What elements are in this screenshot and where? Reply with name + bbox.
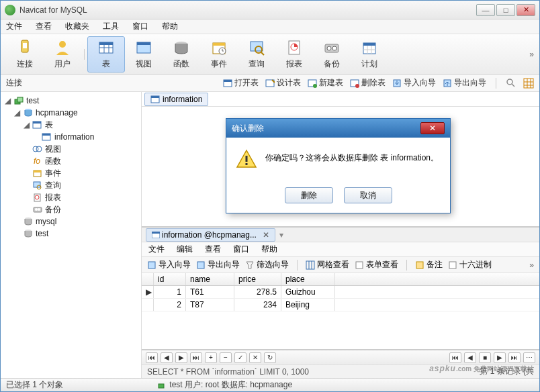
menu-file[interactable]: 文件 [6,21,22,32]
svg-rect-72 [306,261,314,269]
dialog-cancel-button[interactable]: 取消 [344,187,392,203]
search-icon[interactable] [506,78,516,89]
col-place[interactable]: place [281,273,335,285]
tree-db-mysql[interactable]: mysql [2,215,140,228]
nav-add[interactable]: + [205,352,217,363]
tree-group-events[interactable]: 事件 [2,167,140,179]
svg-rect-56 [34,170,41,173]
svg-rect-78 [159,384,164,388]
svg-rect-9 [137,42,150,45]
act-delete-table[interactable]: 删除表 [350,77,386,89]
svg-point-35 [355,84,359,88]
tab-dropdown-icon[interactable]: ▾ [279,230,283,240]
menu-favorites[interactable]: 收藏夹 [65,21,89,32]
tb-user[interactable]: 用户 [44,36,81,72]
act-new-table[interactable]: 新建表 [308,77,343,89]
svg-rect-71 [197,262,204,268]
menu-help[interactable]: 帮助 [162,21,178,32]
bpt-filter[interactable]: 筛选向导 [245,259,289,271]
minimize-button[interactable]: — [476,4,495,16]
tree-group-tables[interactable]: ◢表 [2,119,140,131]
object-tab-information[interactable]: information [144,93,208,106]
bpt-gridview[interactable]: 网格查看 [306,259,349,271]
tb-view[interactable]: 视图 [125,36,163,72]
table-row[interactable]: 2 T87 234 Beijing [142,299,539,311]
tree-conn-test[interactable]: ◢test [2,95,140,107]
act-import[interactable]: 导入向导 [392,77,436,89]
act-design-table[interactable]: 设计表 [265,77,301,89]
dialog-delete-button[interactable]: 删除 [285,187,333,203]
table-icon [150,95,160,103]
menu-view[interactable]: 查看 [36,21,52,32]
col-name[interactable]: name [186,273,234,285]
svg-rect-12 [213,43,225,46]
act-open-table[interactable]: 打开表 [223,77,259,89]
tb-schedule[interactable]: 计划 [351,36,388,72]
svg-point-38 [507,79,512,85]
bp-overflow-icon[interactable]: » [529,260,534,270]
svg-rect-80 [246,163,248,165]
tb-event[interactable]: 事件 [200,36,238,72]
menu-tools[interactable]: 工具 [103,21,119,32]
col-price[interactable]: price [234,273,281,285]
svg-point-53 [36,146,42,152]
nav-cancel[interactable]: ✕ [249,352,261,363]
svg-rect-19 [289,41,300,54]
tree-group-backups[interactable]: 备份 [2,203,140,215]
toolbar-overflow-icon[interactable]: » [529,50,534,59]
svg-rect-40 [524,79,533,88]
svg-point-22 [327,46,331,50]
nav-refresh[interactable]: ↻ [264,352,276,363]
svg-rect-4 [99,42,113,45]
menu-window[interactable]: 窗口 [132,21,148,32]
tb-query[interactable]: 查询 [238,36,275,72]
bp-menu-window[interactable]: 窗口 [233,244,249,255]
bp-menu-view[interactable]: 查看 [205,244,221,255]
tree-db-hcpmanage[interactable]: ◢hcpmanage [2,107,140,119]
bpt-hex[interactable]: 十六进制 [448,259,492,271]
nav-first[interactable]: ⏮ [146,352,158,363]
tab-close-icon[interactable]: ✕ [263,230,269,240]
bpt-formview[interactable]: 表单查看 [355,259,398,271]
tb-backup[interactable]: 备份 [313,36,351,72]
dialog-close-button[interactable]: ✕ [420,122,445,134]
nav-ok[interactable]: ✓ [234,352,246,363]
nav-next[interactable]: ▶ [175,352,187,363]
svg-point-2 [59,41,66,48]
grid-icon[interactable] [523,78,534,89]
sub-label: 连接 [6,77,22,89]
connection-tree: ◢test ◢hcpmanage ◢表 information 视图 fo函数 … [1,92,142,378]
data-grid: id name price place ▶ 1 T61 278.5 Guizho… [142,273,539,350]
close-button[interactable]: ✕ [516,4,535,16]
tree-group-reports[interactable]: 报表 [2,191,140,203]
table-row[interactable]: ▶ 1 T61 278.5 Guizhou [142,286,539,299]
bp-menu-file[interactable]: 文件 [148,244,165,255]
nav-prev[interactable]: ◀ [161,352,173,363]
tree-group-views[interactable]: 视图 [2,143,140,155]
data-tab[interactable]: information @hcpmanag... ✕ [146,228,275,242]
bpt-import[interactable]: 导入向导 [147,259,191,271]
tree-table-information[interactable]: information [2,131,140,143]
tree-group-functions[interactable]: fo函数 [2,155,140,167]
svg-rect-70 [148,262,155,268]
tb-function[interactable]: 函数 [163,36,200,72]
tb-connect[interactable]: 连接 [6,36,44,72]
col-id[interactable]: id [154,273,186,285]
status-center: test 用户: root 数据库: hcpmanage [169,379,292,391]
svg-rect-1 [23,43,27,48]
table-icon [152,232,160,238]
nav-del[interactable]: − [220,352,232,363]
app-icon [5,5,15,15]
tb-table[interactable]: 表 [87,36,125,72]
nav-last[interactable]: ⏭ [190,352,202,363]
bpt-note[interactable]: 备注 [415,259,443,271]
maximize-button[interactable]: □ [496,4,515,16]
dialog-message: 你确定吗？这将会从数据库删除 表 information。 [265,148,439,164]
bpt-export[interactable]: 导出向导 [196,259,240,271]
tb-report[interactable]: 报表 [275,36,313,72]
tree-group-queries[interactable]: 查询 [2,179,140,191]
bp-menu-help[interactable]: 帮助 [261,244,277,255]
bp-menu-edit[interactable]: 编辑 [177,244,193,255]
act-export[interactable]: 导出向导 [443,77,486,89]
tree-db-test[interactable]: test [2,228,140,240]
